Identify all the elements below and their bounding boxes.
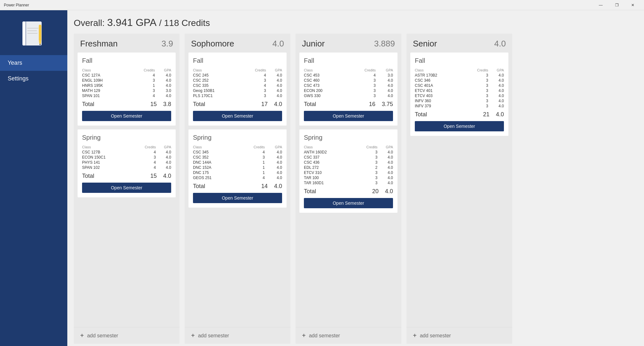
total-label: Total: [193, 183, 205, 190]
class-name: CSC 345: [193, 150, 238, 155]
class-name: ETCV 401: [415, 88, 464, 93]
total-label: Total: [82, 173, 94, 179]
class-row: TAR 160D1 3 4.0: [304, 180, 393, 185]
class-row: CSC 436 3 4.0: [304, 160, 393, 165]
class-credits: 3: [464, 78, 488, 83]
year-header: Junior 3.889: [296, 34, 401, 53]
semester-total: Total 14 4.0: [193, 183, 282, 190]
class-gpa: 3.0: [376, 73, 393, 78]
semester-card-spring: Spring Class Credits GPA ANTH 160D2 3 4.…: [299, 129, 397, 213]
class-row: Geog 150B1 3 4.0: [193, 88, 282, 93]
open-semester-button[interactable]: Open Semester: [304, 198, 393, 208]
class-row: CSC 245 4 4.0: [193, 73, 282, 78]
year-gpa: 3.889: [374, 39, 395, 49]
col-credits: Credits: [238, 144, 265, 150]
open-semester-button[interactable]: Open Semester: [82, 111, 171, 121]
class-gpa: 4.0: [376, 78, 393, 83]
years-row: Freshman 3.9 Fall Class Credits GPA: [74, 34, 638, 344]
class-gpa: 4.0: [266, 78, 282, 83]
sidebar-nav: Years Settings: [0, 55, 67, 86]
col-class: Class: [415, 68, 464, 73]
class-row: CSC 352 3 4.0: [193, 155, 282, 160]
add-icon: +: [80, 332, 84, 339]
open-semester-button[interactable]: Open Semester: [304, 111, 393, 121]
open-semester-button[interactable]: Open Semester: [82, 183, 171, 193]
total-gpa: 4.0: [496, 111, 504, 118]
class-credits: 3: [464, 73, 488, 78]
year-body: Fall Class Credits GPA CSC 453 4 3.0: [296, 53, 401, 327]
minimize-button[interactable]: —: [593, 0, 608, 10]
overall-credits: 118 Credits: [164, 18, 210, 28]
class-row: CSC 335 4 4.0: [193, 83, 282, 88]
class-credits: 3: [353, 180, 377, 185]
class-name: Geog 150B1: [193, 88, 241, 93]
add-semester-button[interactable]: + add semester: [296, 327, 401, 344]
semester-card-fall: Fall Class Credits GPA CSC 453 4 3.0: [299, 53, 397, 126]
class-gpa: 4.0: [378, 170, 393, 175]
open-semester-button[interactable]: Open Semester: [193, 193, 282, 203]
class-name: CSC 401A: [415, 83, 464, 88]
year-header: Freshman 3.9: [74, 34, 180, 53]
class-row: ENGL 109H 3 4.0: [82, 78, 171, 83]
col-gpa: GPA: [155, 68, 171, 73]
semester-card-fall: Fall Class Credits GPA CSC 245 4 4.0: [188, 53, 287, 126]
class-name: ETCV 310: [304, 170, 353, 175]
class-credits: 4: [238, 175, 265, 180]
class-gpa: 4.0: [156, 155, 171, 160]
class-gpa: 4.0: [265, 175, 282, 180]
class-name: TAR 100: [304, 175, 353, 180]
class-name: SPAN 101: [82, 93, 130, 98]
class-credits: 4: [132, 150, 156, 155]
sidebar-item-settings[interactable]: Settings: [0, 71, 67, 86]
class-row: INFV 360 3 4.0: [415, 98, 504, 103]
class-gpa: 4.0: [378, 155, 393, 160]
year-title: Freshman: [80, 39, 118, 49]
col-gpa: GPA: [265, 144, 282, 150]
class-credits: 3: [130, 88, 155, 93]
year-card-sophomore: Sophomore 4.0 Fall Class Credits GPA: [185, 34, 290, 344]
class-credits: 3: [349, 88, 376, 93]
class-row: ETCV 403 3 4.0: [415, 93, 504, 98]
class-row: DNC 144A 1 4.0: [193, 160, 282, 165]
overall-gpa: 3.941 GPA: [107, 17, 156, 28]
year-header: Senior 4.0: [406, 34, 512, 53]
col-credits: Credits: [130, 68, 155, 73]
class-name: CSC 127A: [82, 73, 130, 78]
class-row: ECON 200 3 4.0: [304, 88, 393, 93]
add-semester-button[interactable]: + add semester: [185, 327, 290, 344]
open-semester-button[interactable]: Open Semester: [415, 121, 504, 131]
semester-total: Total 15 4.0: [82, 173, 171, 179]
class-gpa: 4.0: [488, 103, 504, 109]
class-row: GWS 330 3 4.0: [304, 93, 393, 98]
close-button[interactable]: ✕: [625, 0, 640, 10]
class-gpa: 4.0: [266, 88, 282, 93]
col-gpa: GPA: [156, 144, 171, 150]
class-credits: 3: [353, 175, 377, 180]
total-credits: 21: [483, 111, 489, 118]
semester-total-values: 20 4.0: [372, 188, 393, 195]
open-semester-button[interactable]: Open Semester: [193, 111, 282, 121]
total-gpa: 4.0: [385, 188, 393, 195]
semester-total-values: 21 4.0: [483, 111, 504, 118]
add-label: add semester: [420, 333, 451, 339]
class-row: ASTR 170B2 3 4.0: [415, 73, 504, 78]
class-credits: 4: [132, 160, 156, 165]
class-credits: 3: [130, 78, 155, 83]
sidebar-item-years[interactable]: Years: [0, 55, 67, 71]
overall-separator: /: [159, 18, 162, 28]
class-name: CSC 335: [193, 83, 241, 88]
maximize-button[interactable]: ❐: [609, 0, 624, 10]
year-body: Fall Class Credits GPA CSC 245 4 4.0: [185, 53, 290, 327]
total-label: Total: [304, 101, 316, 108]
add-semester-button[interactable]: + add semester: [406, 327, 512, 344]
total-gpa: 4.0: [274, 183, 282, 190]
class-gpa: 4.0: [265, 150, 282, 155]
class-row: CSC 473 3 4.0: [304, 83, 393, 88]
semester-total: Total 15 3.8: [82, 101, 171, 108]
add-semester-button[interactable]: + add semester: [74, 327, 180, 344]
total-gpa: 4.0: [163, 173, 171, 179]
class-row: EDL 272 2 4.0: [304, 165, 393, 170]
class-credits: 3: [353, 160, 377, 165]
class-gpa: 4.0: [488, 93, 504, 98]
class-name: EDL 272: [304, 165, 353, 170]
